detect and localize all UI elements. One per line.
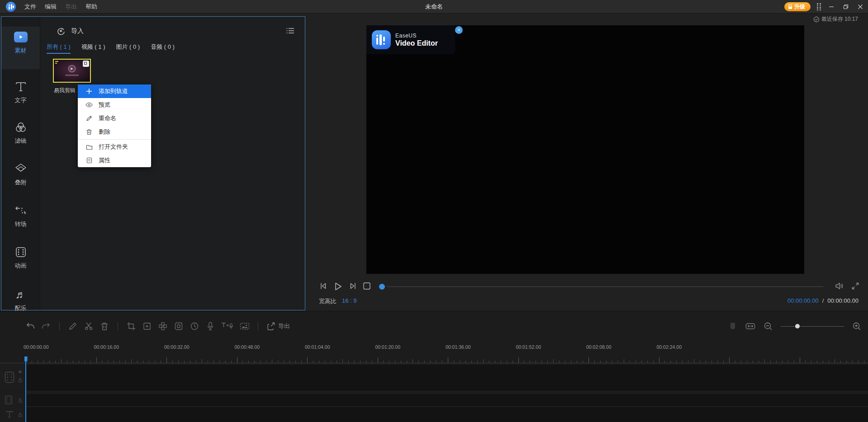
track-lane-text[interactable] (26, 407, 868, 422)
ruler-tick (536, 361, 536, 363)
menu-edit[interactable]: 编辑 (45, 3, 57, 11)
next-frame-button[interactable] (348, 281, 358, 291)
text-to-speech-icon[interactable] (221, 321, 234, 331)
menu-help[interactable]: 帮助 (85, 3, 97, 11)
import-button[interactable]: 导入 (57, 27, 84, 36)
ruler-tick (723, 361, 724, 363)
zoom-out-icon[interactable] (763, 321, 773, 331)
ruler-tick (530, 361, 530, 363)
zoom-slider-handle[interactable] (795, 324, 800, 328)
ruler-tick (717, 361, 718, 363)
edit-pencil-icon[interactable] (68, 321, 78, 331)
app-logo-icon (6, 2, 16, 12)
ruler-tick (835, 359, 835, 363)
context-preview[interactable]: 预览 (78, 98, 151, 112)
timeline-ruler[interactable]: 00:00:00.0000:00:16.0000:00:32.0000:00:4… (0, 342, 868, 363)
timecode-current: 00:00:00.00 (787, 297, 819, 304)
ruler-tick (254, 361, 255, 363)
context-delete[interactable]: 删除 (78, 125, 151, 139)
seek-bar[interactable] (387, 286, 823, 287)
snapshot-icon[interactable] (240, 321, 250, 331)
marker-icon[interactable] (728, 321, 738, 331)
timeline-zoom-slider[interactable] (781, 323, 844, 329)
saved-status: 最近保存 10:17 (813, 15, 858, 23)
ruler-tick (49, 361, 50, 363)
more-menu-icon[interactable] (817, 3, 821, 10)
ruler-tick (553, 359, 554, 363)
fit-timeline-icon[interactable] (745, 321, 755, 331)
timeline-region: 导出 00:00:00.0000:00:16.0000:00:32.0000 (0, 311, 868, 422)
menu-file[interactable]: 文件 (24, 3, 36, 11)
ruler-tick (483, 359, 484, 363)
sidebar-item-overlay[interactable]: 叠附 (1, 162, 40, 187)
media-clip-thumbnail[interactable]: ▶ (53, 59, 91, 83)
cut-scissors-icon[interactable] (84, 321, 94, 331)
list-view-icon[interactable] (286, 27, 295, 35)
delete-trash-icon[interactable] (100, 321, 109, 331)
crop-icon[interactable] (126, 321, 136, 331)
previous-frame-button[interactable] (318, 281, 328, 291)
ruler-tick (108, 361, 108, 363)
context-add-to-track[interactable]: 添加到轨道 (78, 84, 151, 98)
undo-icon[interactable] (25, 321, 35, 331)
context-rename[interactable]: 重命名 (78, 112, 151, 125)
ruler-tick (137, 361, 138, 363)
upgrade-button[interactable]: 升级 (784, 2, 811, 11)
voiceover-mic-icon[interactable] (205, 321, 215, 331)
watermark-close-icon[interactable]: × (455, 26, 463, 34)
freeze-frame-icon[interactable] (174, 321, 184, 331)
edit-toolbar: 导出 (25, 321, 290, 331)
ruler-tick (694, 359, 694, 363)
ruler-tick (823, 361, 823, 363)
seek-handle[interactable] (379, 284, 385, 290)
ruler-tick (266, 361, 266, 363)
lock-open-icon[interactable] (18, 413, 23, 417)
sidebar-item-text[interactable]: 文字 (1, 80, 40, 104)
speaker-icon[interactable] (18, 370, 23, 374)
sidebar-item-transition[interactable]: 转场 (1, 204, 40, 228)
context-properties[interactable]: 属性 (78, 154, 151, 167)
tab-video[interactable]: 视频 ( 1 ) (81, 43, 105, 54)
ruler-tick (507, 361, 507, 363)
sidebar-item-music[interactable]: ♬ 配乐 (1, 288, 40, 312)
track-lane-video-main[interactable] (26, 364, 868, 390)
zoom-frame-icon[interactable] (142, 321, 152, 331)
sidebar-item-media[interactable]: 素材 (1, 27, 40, 69)
track-lane-video-2[interactable] (26, 394, 868, 406)
lock-open-icon[interactable] (18, 398, 23, 403)
redo-icon[interactable] (41, 321, 51, 331)
ruler-tick (805, 361, 806, 363)
tab-audio[interactable]: 音频 ( 0 ) (151, 43, 175, 54)
playhead[interactable] (25, 356, 26, 422)
stop-button[interactable] (363, 282, 371, 290)
mosaic-icon[interactable] (158, 321, 168, 331)
track-video-2 (0, 394, 868, 406)
ruler-tick (114, 361, 114, 363)
sidebar-item-filter[interactable]: 滤镜 (1, 121, 40, 145)
lock-open-icon[interactable] (18, 378, 23, 383)
zoom-in-icon[interactable] (852, 321, 862, 331)
ruler-tick (776, 361, 777, 363)
minimize-button[interactable] (827, 4, 835, 9)
play-button[interactable] (332, 281, 343, 292)
volume-icon[interactable] (835, 281, 844, 291)
tab-image[interactable]: 图片 ( 0 ) (116, 43, 140, 54)
aspect-ratio-value[interactable]: 16 : 9 (342, 297, 357, 304)
ruler-tick (418, 361, 419, 363)
sidebar-item-animation[interactable]: 动画 (1, 245, 40, 270)
tab-all[interactable]: 所有 ( 1 ) (47, 43, 71, 54)
ruler-tick (90, 361, 91, 363)
video-viewer[interactable]: EaseUS Video Editor (366, 25, 804, 274)
ruler-tick (424, 361, 425, 363)
clip-select-checkbox[interactable] (83, 61, 89, 67)
fullscreen-icon[interactable] (851, 282, 859, 290)
context-open-folder[interactable]: 打开文件夹 (78, 140, 151, 154)
ruler-tick (636, 361, 636, 363)
export-button[interactable]: 导出 (266, 322, 290, 331)
maximize-button[interactable] (842, 4, 850, 9)
ruler-label: 00:01:36.00 (446, 344, 470, 350)
duration-clock-icon[interactable] (190, 321, 199, 331)
close-button[interactable] (856, 4, 864, 9)
ruler-tick (389, 361, 389, 363)
ruler-tick (852, 361, 853, 363)
